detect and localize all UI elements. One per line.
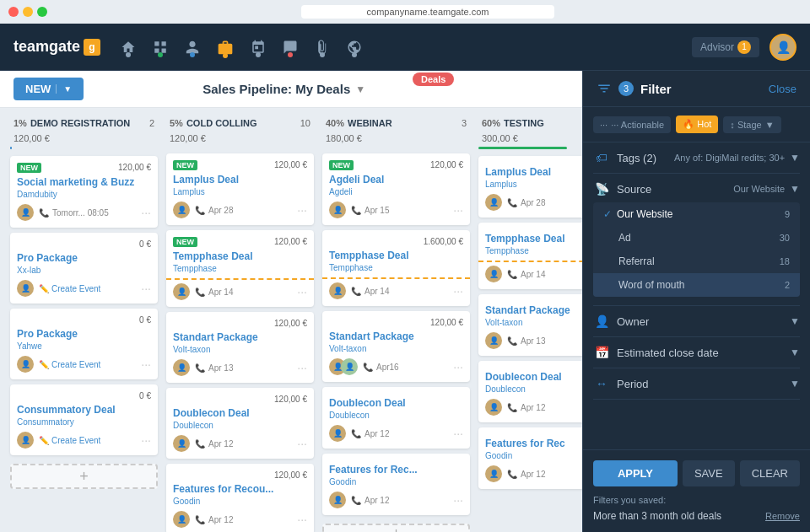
deal-company[interactable]: Yahwe <box>17 341 151 351</box>
deal-menu-icon[interactable]: ··· <box>297 513 307 526</box>
maximize-dot[interactable] <box>37 7 47 17</box>
deal-avatar: 👤 <box>485 194 502 211</box>
nav-contacts[interactable] <box>185 40 200 55</box>
deal-name[interactable]: Doublecon Deal <box>173 407 307 419</box>
saved-filter-remove-button[interactable]: Remove <box>765 511 800 521</box>
deal-menu-icon[interactable]: ··· <box>297 285 307 298</box>
deal-company[interactable]: Goodin <box>329 477 463 486</box>
apply-button[interactable]: APPLY <box>593 460 678 486</box>
deal-card: Tempphase Deal Tempphase 👤 📞Apr 14 ··· <box>478 223 582 289</box>
deal-name[interactable]: Tempphase Deal <box>329 250 463 261</box>
deal-company[interactable]: Tempphase <box>329 263 463 272</box>
deal-name[interactable]: Tempphase Deal <box>485 233 582 245</box>
deal-menu-icon[interactable]: ··· <box>453 360 463 373</box>
deal-company[interactable]: Doublecon <box>329 411 463 420</box>
filter-row-period-header[interactable]: ↔ Period ▼ <box>593 377 800 390</box>
save-button[interactable]: SAVE <box>683 460 735 486</box>
deal-company[interactable]: Lamplus <box>173 187 307 196</box>
nav-deals[interactable]: Deals <box>217 39 234 56</box>
url-bar[interactable]: companyname.teamgate.com <box>301 5 554 19</box>
minimize-dot[interactable] <box>23 7 33 17</box>
source-option-wordofmouth[interactable]: Word of mouth 2 <box>593 273 800 297</box>
deal-name[interactable]: Features for Recou... <box>173 483 307 495</box>
deal-name[interactable]: Features for Rec <box>485 438 582 449</box>
deal-company[interactable]: Goodin <box>173 497 307 506</box>
add-deal-button[interactable]: + <box>10 464 158 489</box>
deals-tab[interactable]: Deals <box>413 73 454 86</box>
deal-company[interactable]: Volt-taxon <box>329 344 463 353</box>
deal-name[interactable]: Standart Package <box>173 331 307 343</box>
deal-company[interactable]: Doublecon <box>485 384 582 394</box>
filter-row-source-header[interactable]: 📡 Source Our Website ▼ <box>593 182 800 196</box>
deal-name[interactable]: Consummatory Deal <box>17 404 151 416</box>
deal-company[interactable]: Lamplus <box>485 180 582 189</box>
deal-menu-icon[interactable]: ··· <box>141 282 151 295</box>
nav-right: Advisor 1 👤 <box>692 34 796 61</box>
deal-name[interactable]: Pro Package <box>17 328 151 340</box>
deal-create-event[interactable]: ✏️Create Event <box>34 436 141 445</box>
deal-name[interactable]: Standart Package <box>329 330 463 342</box>
deal-company[interactable]: Volt-taxon <box>485 318 582 327</box>
col-count-demo: 2 <box>149 118 154 128</box>
deal-company[interactable]: Consummatory <box>17 417 151 427</box>
deal-menu-icon[interactable]: ··· <box>453 493 463 507</box>
hot-chip[interactable]: 🔥 Hot <box>676 116 718 133</box>
deal-name[interactable]: Standart Package <box>485 304 582 316</box>
actionable-label: ··· Actionable <box>611 120 664 130</box>
deal-menu-icon[interactable]: ··· <box>141 206 151 219</box>
col-amount-testing: 300,00 € <box>478 133 582 147</box>
deal-create-event[interactable]: ✏️Create Event <box>34 284 141 293</box>
kanban-column-cold: 5% COLD COLLING 10 120,00 € NEW 120,00 €… <box>166 118 314 522</box>
advisor-button[interactable]: Advisor 1 <box>692 37 759 57</box>
filter-row-tags-header[interactable]: 🏷 Tags (2) Any of: DigiMail redits; 30+ … <box>593 151 800 164</box>
deal-name[interactable]: Lamplus Deal <box>485 166 582 178</box>
new-arrow-icon[interactable]: ▼ <box>56 84 72 94</box>
deal-name[interactable]: Social marketing & Buzz <box>17 176 151 188</box>
user-avatar[interactable]: 👤 <box>770 34 796 61</box>
deal-create-event[interactable]: ✏️Create Event <box>34 360 141 369</box>
add-deal-webinar-button[interactable]: + <box>322 524 470 532</box>
deal-menu-icon[interactable]: ··· <box>297 437 307 450</box>
deal-company[interactable]: Tempphase <box>485 246 582 255</box>
nav-globe[interactable] <box>347 40 362 55</box>
deal-menu-icon[interactable]: ··· <box>297 203 307 217</box>
source-option-ourwebsite[interactable]: ✓ Our Website 9 <box>593 202 800 226</box>
source-option-ad[interactable]: Ad 30 <box>593 226 800 250</box>
deal-name[interactable]: Tempphase Deal <box>173 250 307 262</box>
actionable-chip[interactable]: ··· ··· Actionable <box>593 116 671 133</box>
filter-close-button[interactable]: Close <box>769 83 796 95</box>
filter-row-owner-header[interactable]: 👤 Owner ▼ <box>593 314 800 328</box>
deal-menu-icon[interactable]: ··· <box>453 427 463 440</box>
nav-files[interactable] <box>315 40 330 55</box>
deal-name[interactable]: Lamplus Deal <box>173 174 307 185</box>
kanban-column-webinar: 40% WEBINAR 3 180,00 € NEW 120,00 € Agde… <box>322 118 470 522</box>
clear-button[interactable]: CLEAR <box>740 460 800 486</box>
pipeline-chevron-icon[interactable]: ▼ <box>355 83 365 95</box>
deal-company[interactable]: Damdubity <box>17 190 151 199</box>
nav-grid[interactable] <box>153 40 168 55</box>
deal-menu-icon[interactable]: ··· <box>453 284 463 298</box>
nav-chat[interactable] <box>283 40 298 55</box>
deal-name[interactable]: Agdeli Deal <box>329 174 463 185</box>
deal-name[interactable]: Doublecon Deal <box>485 371 582 383</box>
deal-company[interactable]: Agdeli <box>329 187 463 196</box>
filter-row-closedate-header[interactable]: 📅 Estimated close date ▼ <box>593 346 800 359</box>
deal-name[interactable]: Features for Rec... <box>329 464 463 476</box>
deal-name[interactable]: Doublecon Deal <box>329 397 463 409</box>
deal-menu-icon[interactable]: ··· <box>141 433 151 447</box>
deal-menu-icon[interactable]: ··· <box>297 361 307 374</box>
nav-home[interactable] <box>121 40 136 55</box>
new-deal-button[interactable]: NEW ▼ <box>14 78 84 100</box>
nav-calendar[interactable] <box>251 40 266 55</box>
deal-company[interactable]: Volt-taxon <box>173 345 307 354</box>
deal-company[interactable]: Goodin <box>485 451 582 460</box>
source-option-referral[interactable]: Referral 18 <box>593 250 800 273</box>
deal-name[interactable]: Pro Package <box>17 252 151 264</box>
close-dot[interactable] <box>8 7 19 17</box>
deal-company[interactable]: Xx-lab <box>17 266 151 275</box>
stage-chip[interactable]: ↕ Stage ▼ <box>723 116 780 133</box>
deal-menu-icon[interactable]: ··· <box>453 203 463 217</box>
deal-menu-icon[interactable]: ··· <box>141 357 151 371</box>
deal-company[interactable]: Doublecon <box>173 421 307 430</box>
deal-company[interactable]: Tempphase <box>173 264 307 273</box>
